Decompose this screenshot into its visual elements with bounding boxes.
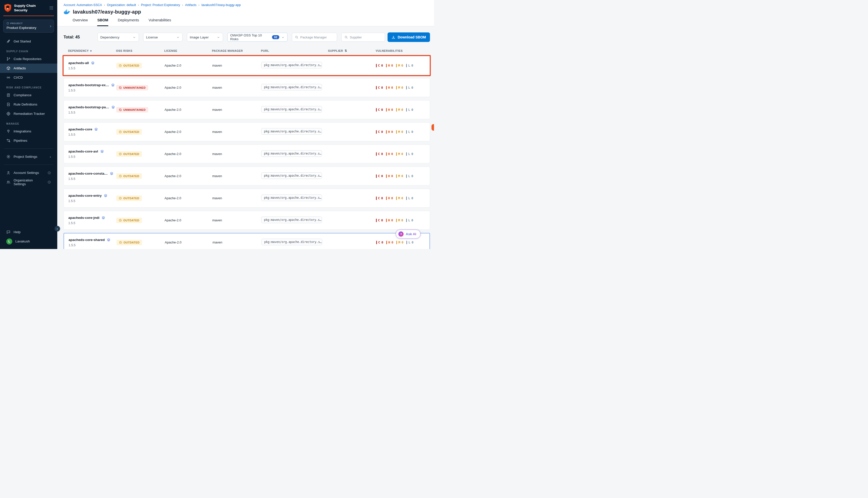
sidebar-item-compliance[interactable]: Compliance [3, 90, 54, 100]
sidebar-item-integrations[interactable]: Integrations [3, 127, 54, 136]
table-row[interactable]: apacheds-bootstrap-pa… 1.5.5 UNMAINTAINE… [64, 100, 430, 119]
dependency-name: apacheds-core-entry [68, 194, 102, 197]
breadcrumb-link-project-product-exploratory[interactable]: Project: Product Exploratory [141, 3, 180, 7]
sidebar-bottom: Help L Lavakush [3, 227, 54, 249]
purl-value[interactable]: pkg:maven/org.apache.directory.s… [261, 84, 322, 90]
sidebar-item-help[interactable]: Help [3, 227, 54, 237]
severity-h: H0 [386, 86, 393, 90]
clock-icon [119, 153, 122, 156]
sidebar-item-organization-settings[interactable]: Organization Settings [3, 178, 54, 187]
vulnerability-counts: C0H0M0L0 [376, 240, 429, 244]
sidebar-item-remediation-tracker[interactable]: Remediation Tracker [3, 109, 54, 118]
purl-value[interactable]: pkg:maven/org.apache.directory.s… [261, 172, 322, 179]
app-root: Supply Chain Security PROJECT Product Ex… [0, 0, 434, 249]
severity-h: H0 [386, 130, 393, 134]
license-value: Apache-2.0 [164, 108, 212, 112]
breadcrumb-link-artifacts[interactable]: Artifacts [185, 3, 197, 7]
column-header-dependency[interactable]: DEPENDENCY▾ [68, 49, 116, 52]
column-header-package-manager[interactable]: PACKAGE MANAGER [212, 49, 261, 52]
sidebar-item-account-settings[interactable]: Account Settings [3, 168, 54, 178]
purl-value[interactable]: pkg:maven/org.apache.directory.s… [261, 217, 322, 223]
table-row[interactable]: apacheds-core-shared 1.5.5 OUTDATED Apac… [64, 233, 430, 249]
clock-icon [119, 130, 122, 133]
content-area: Total: 45 DependencyLicenseImage Layer O… [57, 26, 434, 249]
column-header-oss-risks[interactable]: OSS RISKS [116, 49, 164, 52]
user-icon [6, 171, 11, 175]
dependency-name: apacheds-core [68, 127, 92, 131]
edge-feedback-tab[interactable] [431, 124, 434, 131]
sidebar-item-get-started[interactable]: Get Started [3, 37, 54, 46]
table-row[interactable]: apacheds-core-consta… 1.5.5 OUTDATED Apa… [64, 167, 430, 185]
severity-m: M0 [396, 130, 403, 134]
purl-value[interactable]: pkg:maven/org.apache.directory.s… [262, 239, 322, 245]
sidebar: Supply Chain Security PROJECT Product Ex… [0, 0, 57, 249]
sidebar-item-project-settings[interactable]: Project Settings › [3, 152, 54, 161]
app-logo-icon[interactable] [4, 3, 12, 12]
purl-value[interactable]: pkg:maven/org.apache.directory.s… [261, 62, 322, 68]
layers-icon [111, 83, 115, 87]
column-header-supplier[interactable]: SUPPLIER⇅ [328, 49, 376, 53]
table-row[interactable]: apacheds-core-jndi 1.5.5 OUTDATED Apache… [64, 211, 430, 230]
docker-icon [64, 9, 70, 15]
dependency-version: 1.5.5 [68, 67, 116, 70]
breadcrumb-link-organization-default[interactable]: Organization: default [107, 3, 136, 7]
dependency-filter-dropdown[interactable]: Dependency [97, 32, 139, 42]
supplier-search-input[interactable] [350, 36, 382, 39]
repo-icon [6, 57, 11, 61]
dependency-version: 1.5.5 [68, 111, 116, 114]
page-title: lavakush07/easy-buggy-app [73, 9, 141, 15]
severity-c: C0 [376, 240, 383, 244]
purl-value[interactable]: pkg:maven/org.apache.directory.s… [261, 128, 322, 135]
column-header-license[interactable]: LICENSE [164, 49, 212, 52]
package-manager-search-input[interactable] [301, 36, 334, 39]
clock-icon [119, 64, 122, 67]
column-header-vulnerabilities[interactable]: VULNERABILITIES [376, 49, 430, 52]
table-row[interactable]: apacheds-all 1.5.5 OUTDATED Apache-2.0 m… [64, 56, 430, 75]
severity-c: C0 [376, 152, 383, 156]
download-icon [391, 36, 395, 39]
table-row[interactable]: apacheds-core-avl 1.5.5 OUTDATED Apache-… [64, 144, 430, 163]
tab-vulnerabilities[interactable]: Vulnerabilities [149, 18, 171, 26]
package-manager-value: maven [212, 196, 261, 200]
breadcrumb-link-account-automation-ssca[interactable]: Account: Automation-SSCA [64, 3, 102, 7]
owasp-filter-dropdown[interactable]: OWASP OSS Top 10 Risks 02 [227, 32, 288, 42]
sort-icon[interactable]: ⇅ [345, 49, 347, 53]
sidebar-item-rule-definitions[interactable]: Rule Definitions [3, 100, 54, 109]
sort-desc-icon[interactable]: ▾ [90, 50, 92, 52]
purl-value[interactable]: pkg:maven/org.apache.directory.s… [261, 150, 322, 157]
table-row[interactable]: apacheds-core 1.5.5 OUTDATED Apache-2.0 … [64, 122, 430, 141]
layers-icon [111, 105, 115, 109]
dependency-name: apacheds-core-avl [68, 149, 98, 153]
sidebar-item-artifacts[interactable]: Artifacts [0, 64, 57, 73]
sidebar-item-code-repositories[interactable]: Code Repositories [3, 54, 54, 64]
severity-m: M0 [396, 86, 403, 90]
artifacts-icon [6, 66, 11, 70]
purl-value[interactable]: pkg:maven/org.apache.directory.s… [261, 106, 322, 113]
vulnerability-counts: C0H0M0L0 [376, 64, 430, 67]
ask-ai-button[interactable]: ✦ Ask AI [396, 230, 420, 238]
sidebar-collapse-button[interactable]: ‹ [54, 226, 60, 232]
license-filter-dropdown[interactable]: License [143, 32, 183, 42]
image-layer-filter-dropdown[interactable]: Image Layer [187, 32, 223, 42]
tab-sbom[interactable]: SBOM [97, 18, 108, 26]
vulnerability-counts: C0H0M0L0 [376, 218, 430, 222]
dependency-version: 1.5.5 [68, 221, 116, 225]
table-row[interactable]: apacheds-core-entry 1.5.5 OUTDATED Apach… [64, 189, 430, 208]
sidebar-header: Supply Chain Security [3, 0, 54, 16]
table-header: DEPENDENCY▾OSS RISKSLICENSEPACKAGE MANAG… [64, 49, 430, 53]
breadcrumb-link-lavakush07-easy-buggy-app[interactable]: lavakush07/easy-buggy-app [201, 3, 241, 7]
sidebar-item-ci-cd[interactable]: CI/CD [3, 73, 54, 82]
severity-c: C0 [376, 218, 383, 222]
module-grid-icon[interactable] [49, 6, 53, 10]
download-sbom-button[interactable]: Download SBOM [388, 32, 430, 42]
column-header-purl[interactable]: PURL [261, 49, 328, 52]
license-value: Apache-2.0 [165, 240, 213, 244]
sidebar-item-pipelines[interactable]: Pipelines [3, 136, 54, 145]
clock-icon [119, 219, 122, 222]
user-menu[interactable]: L Lavakush [3, 237, 54, 246]
table-row[interactable]: apacheds-bootstrap-ex… 1.5.5 UNMAINTAINE… [64, 78, 430, 97]
tab-overview[interactable]: Overview [72, 18, 88, 26]
tab-deployments[interactable]: Deployments [118, 18, 139, 26]
project-selector[interactable]: PROJECT Product Exploratory › [3, 19, 54, 32]
purl-value[interactable]: pkg:maven/org.apache.directory.s… [261, 195, 322, 201]
